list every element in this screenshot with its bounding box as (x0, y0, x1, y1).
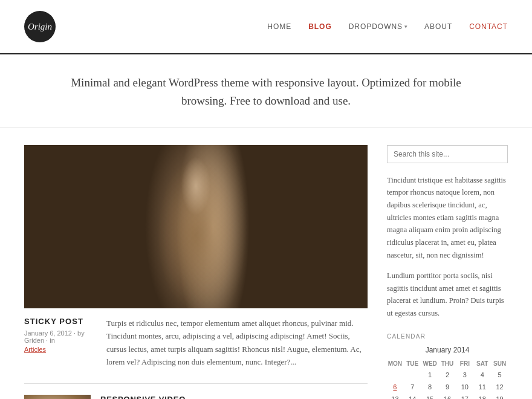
secondary-thumbnail (24, 395, 91, 399)
cal-day-19[interactable]: 19 (491, 394, 508, 399)
cal-day-11[interactable]: 11 (474, 381, 490, 392)
main-container: STICKY POST January 6, 2012 · by Griden … (0, 128, 532, 399)
cal-day-3[interactable]: 3 (456, 369, 473, 380)
cal-day-5[interactable]: 5 (491, 369, 508, 380)
post-divider (24, 383, 368, 384)
calendar-grid: MONTUEWEDTHUFRISATSUN1234567891011121314… (387, 359, 508, 399)
cal-header-tue: TUE (404, 359, 421, 368)
sidebar: Tincidunt tristique est habitasse sagitt… (387, 145, 508, 399)
secondary-post-title: RESPONSIVE VIDEO (100, 395, 368, 399)
featured-post: STICKY POST January 6, 2012 · by Griden … (24, 145, 368, 369)
calendar-label: CALENDAR (387, 333, 508, 340)
nav-dropdowns[interactable]: DROPDOWNS (349, 22, 403, 31)
hero-text: Minimal and elegant WordPress theme with… (48, 74, 484, 111)
secondary-post-content: RESPONSIVE VIDEO January 17, 2012 · by G… (100, 395, 368, 399)
search-input[interactable] (387, 145, 508, 163)
cal-header-mon: MON (387, 359, 403, 368)
calendar: January 2014 MONTUEWEDTHUFRISATSUN123456… (387, 346, 508, 399)
featured-image (24, 145, 368, 308)
cal-header-wed: WED (422, 359, 438, 368)
cal-day-14[interactable]: 14 (404, 394, 421, 399)
cal-day-6[interactable]: 6 (387, 381, 403, 392)
cal-day-1[interactable]: 1 (422, 369, 438, 380)
sidebar-text-2: Lundium porttitor porta sociis, nisi sag… (387, 270, 508, 320)
cal-day-9[interactable]: 9 (440, 381, 456, 392)
cal-day-empty-1 (404, 369, 421, 380)
cal-day-4[interactable]: 4 (474, 369, 490, 380)
chevron-down-icon: ▾ (404, 24, 407, 30)
post-category[interactable]: Articles (24, 346, 97, 353)
main-nav: HOME BLOG DROPDOWNS ▾ ABOUT CONTACT (267, 22, 508, 31)
cal-day-8[interactable]: 8 (422, 381, 438, 392)
post-meta-area: STICKY POST January 6, 2012 · by Griden … (24, 317, 368, 369)
cal-day-7[interactable]: 7 (404, 381, 421, 392)
cal-day-15[interactable]: 15 (422, 394, 438, 399)
nav-home[interactable]: HOME (267, 22, 291, 31)
cal-day-13[interactable]: 13 (387, 394, 403, 399)
post-side-meta: STICKY POST January 6, 2012 · by Griden … (24, 317, 97, 353)
cal-header-sat: SAT (474, 359, 490, 368)
secondary-post: RESPONSIVE VIDEO January 17, 2012 · by G… (24, 395, 368, 399)
cal-day-10[interactable]: 10 (456, 381, 473, 392)
nav-blog[interactable]: BLOG (308, 22, 332, 31)
cal-header-fri: FRI (456, 359, 473, 368)
cal-day-17[interactable]: 17 (456, 394, 473, 399)
post-title: STICKY POST (24, 317, 97, 326)
nav-contact[interactable]: CONTACT (469, 22, 508, 31)
nav-about[interactable]: ABOUT (424, 22, 452, 31)
cal-day-16[interactable]: 16 (440, 394, 456, 399)
calendar-month: January 2014 (387, 346, 508, 354)
cal-day-12[interactable]: 12 (491, 381, 508, 392)
cal-day-2[interactable]: 2 (440, 369, 456, 380)
hero-section: Minimal and elegant WordPress theme with… (0, 54, 532, 128)
cal-day-empty-0 (387, 369, 403, 380)
cal-day-18[interactable]: 18 (474, 394, 490, 399)
content-area: STICKY POST January 6, 2012 · by Griden … (24, 145, 368, 399)
cal-header-thu: THU (440, 359, 456, 368)
nav-dropdowns-wrap: DROPDOWNS ▾ (349, 22, 407, 31)
cal-header-sun: SUN (491, 359, 508, 368)
logo-text: Origin (28, 22, 52, 32)
logo[interactable]: Origin (24, 11, 56, 42)
post-date: January 6, 2012 · by Griden · in (24, 329, 97, 344)
header: Origin HOME BLOG DROPDOWNS ▾ ABOUT CONTA… (0, 0, 532, 54)
sidebar-text-1: Tincidunt tristique est habitasse sagitt… (387, 174, 508, 261)
post-excerpt: Turpis et ridiculus nec, tempor elementu… (106, 317, 368, 369)
